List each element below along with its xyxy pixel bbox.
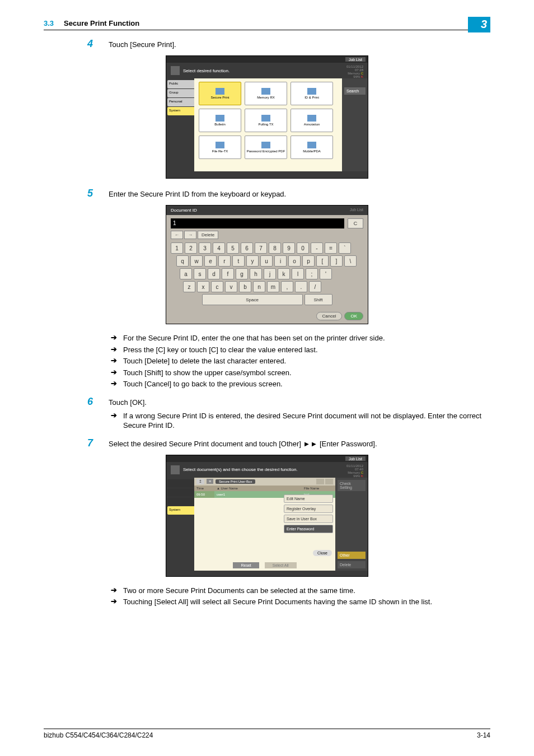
key-o[interactable]: o — [288, 255, 301, 267]
key-l[interactable]: l — [292, 268, 304, 279]
document-id-input[interactable]: 1 — [171, 218, 344, 228]
job-list-button[interactable]: Job List — [345, 456, 366, 461]
cursor-left-button[interactable]: ← — [171, 231, 183, 239]
reset-button[interactable]: Reset — [233, 562, 259, 568]
other-button[interactable]: Other — [338, 552, 366, 559]
cancel-button[interactable]: Cancel — [316, 312, 343, 320]
key-z[interactable]: z — [183, 281, 195, 292]
register-overlay-button[interactable]: Register Overlay — [284, 505, 333, 513]
tab-system[interactable]: System — [167, 107, 194, 115]
up-icon[interactable]: ↥ — [196, 479, 204, 484]
key-slash[interactable]: / — [309, 281, 321, 292]
search-button[interactable]: Search — [344, 87, 366, 95]
key-g[interactable]: g — [236, 268, 248, 279]
edit-name-button[interactable]: Edit Name — [284, 494, 333, 503]
key-5[interactable]: 5 — [227, 242, 239, 254]
job-list-button[interactable]: Job List — [345, 57, 366, 62]
key-u[interactable]: u — [260, 255, 273, 267]
download-icon — [261, 88, 270, 95]
key-i[interactable]: i — [274, 255, 287, 267]
key-space[interactable]: Space — [202, 294, 303, 305]
bullet-text: Touch [Delete] to delete the last charac… — [123, 356, 490, 366]
key-9[interactable]: 9 — [283, 242, 295, 254]
key-v[interactable]: v — [225, 281, 237, 292]
page-prev-button[interactable] — [316, 479, 324, 484]
key-period[interactable]: . — [295, 281, 307, 292]
key-comma[interactable]: , — [281, 281, 293, 292]
key-w[interactable]: w — [190, 255, 203, 267]
key-shift[interactable]: Shift — [305, 294, 332, 305]
tab-empty3 — [167, 497, 194, 506]
key-4[interactable]: 4 — [213, 242, 225, 254]
key-semicolon[interactable]: ; — [306, 268, 318, 279]
key-h[interactable]: h — [250, 268, 262, 279]
cursor-right-button[interactable]: → — [184, 231, 196, 239]
close-button[interactable]: Close — [313, 550, 332, 556]
key-equals[interactable]: = — [325, 242, 337, 254]
bullet-text: For the Secure Print ID, enter the one t… — [123, 333, 490, 343]
key-j[interactable]: j — [264, 268, 276, 279]
key-p[interactable]: p — [302, 255, 315, 267]
memory-rx-button[interactable]: Memory RX — [245, 82, 287, 105]
page-next-button[interactable] — [325, 479, 333, 484]
key-backslash[interactable]: \ — [344, 255, 357, 267]
key-rbracket[interactable]: ] — [330, 255, 343, 267]
key-s[interactable]: s — [194, 268, 206, 279]
id-print-button[interactable]: ID & Print — [291, 82, 333, 105]
tab-public[interactable]: Public — [167, 80, 194, 88]
key-c[interactable]: c — [211, 281, 223, 292]
tab-system[interactable]: System — [167, 506, 194, 515]
chapter-badge: 3 — [468, 17, 490, 32]
key-backtick[interactable]: ` — [339, 242, 351, 254]
tab-personal[interactable]: Personal — [167, 98, 194, 106]
pwd-enc-pdf-button[interactable]: Password Encrypted PDF — [245, 136, 287, 159]
file-retx-button[interactable]: File Re-TX — [199, 136, 241, 159]
key-f[interactable]: f — [222, 268, 234, 279]
key-d[interactable]: d — [208, 268, 220, 279]
key-3[interactable]: 3 — [199, 242, 211, 254]
check-setting-button[interactable]: Check Setting — [338, 480, 366, 491]
key-y[interactable]: y — [246, 255, 259, 267]
key-2[interactable]: 2 — [185, 242, 197, 254]
key-q[interactable]: q — [176, 255, 189, 267]
secure-print-button[interactable]: Secure Print — [199, 82, 241, 105]
col-user[interactable]: ▲ User Name — [214, 486, 302, 491]
arrow-icon: ➔ — [111, 597, 123, 607]
key-lbracket[interactable]: [ — [316, 255, 329, 267]
annotation-icon — [307, 115, 316, 122]
enter-password-button[interactable]: Enter Password — [284, 525, 333, 533]
key-m[interactable]: m — [267, 281, 279, 292]
delete-doc-button[interactable]: Delete — [338, 561, 366, 568]
key-quote[interactable]: ' — [320, 268, 332, 279]
ok-button[interactable]: OK — [344, 312, 363, 320]
key-e[interactable]: e — [204, 255, 217, 267]
mobile-pda-button[interactable]: Mobile/PDA — [291, 136, 333, 159]
col-file[interactable]: File Name — [302, 486, 335, 491]
delete-button[interactable]: Delete — [198, 231, 218, 239]
key-8[interactable]: 8 — [269, 242, 281, 254]
bulletin-button[interactable]: Bulletin — [199, 109, 241, 132]
key-1[interactable]: 1 — [171, 242, 183, 254]
key-k[interactable]: k — [278, 268, 290, 279]
instruction-text: Select desired function. — [183, 68, 229, 73]
list-view-icon[interactable]: ≡ — [207, 479, 213, 484]
id-icon — [307, 88, 316, 95]
key-7[interactable]: 7 — [255, 242, 267, 254]
tab-group[interactable]: Group — [167, 89, 194, 97]
key-b[interactable]: b — [239, 281, 251, 292]
key-6[interactable]: 6 — [241, 242, 253, 254]
clear-button[interactable]: C — [348, 218, 363, 228]
annotation-button[interactable]: Annotation — [291, 109, 333, 132]
key-x[interactable]: x — [197, 281, 209, 292]
col-time[interactable]: Time — [194, 486, 214, 491]
select-all-button[interactable]: Select All — [265, 562, 297, 568]
key-t[interactable]: t — [232, 255, 245, 267]
key-n[interactable]: n — [253, 281, 265, 292]
footer-page: 3-14 — [477, 731, 490, 739]
key-a[interactable]: a — [180, 268, 192, 279]
key-0[interactable]: 0 — [297, 242, 309, 254]
key-dash[interactable]: - — [311, 242, 323, 254]
key-r[interactable]: r — [218, 255, 231, 267]
polling-tx-button[interactable]: Polling TX — [245, 109, 287, 132]
save-in-user-box-button[interactable]: Save in User Box — [284, 515, 333, 523]
